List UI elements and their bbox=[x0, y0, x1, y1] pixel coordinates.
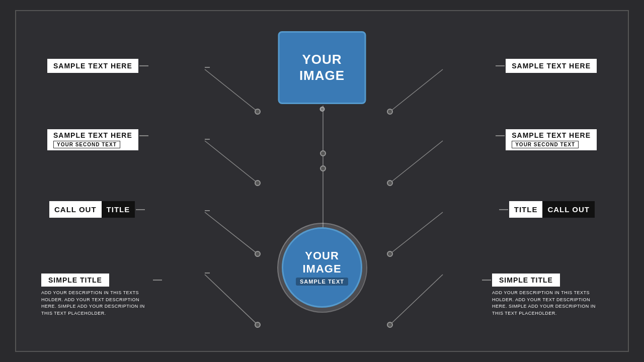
right-callout-box: TITLE CALL OUT bbox=[509, 201, 595, 218]
svg-point-4 bbox=[255, 109, 260, 114]
left-callout-box: CALL OUT TITLE bbox=[49, 201, 135, 218]
center-image-bottom: YOUR IMAGE SAMPLE TEXT bbox=[282, 227, 362, 308]
left-simple-desc: ADD YOUR DESCRIPTION IN THIS TEXTS HOLDE… bbox=[41, 290, 152, 317]
slide: YOUR IMAGE YOUR IMAGE SAMPLE TEXT SAMPLE… bbox=[15, 10, 629, 352]
left-callout-part1: CALL OUT bbox=[49, 201, 102, 218]
svg-line-11 bbox=[390, 69, 443, 112]
svg-point-10 bbox=[255, 322, 260, 327]
left-callout-part2: TITLE bbox=[102, 201, 135, 218]
center-image-top: YOUR IMAGE bbox=[278, 31, 366, 104]
svg-point-12 bbox=[387, 109, 392, 114]
right-middle-box: SAMPLE TEXT HERE YOUR SECOND TEXT bbox=[506, 129, 597, 150]
right-middle-sub: YOUR SECOND TEXT bbox=[512, 141, 579, 148]
svg-point-16 bbox=[387, 251, 392, 256]
left-middle-label: SAMPLE TEXT HERE bbox=[53, 131, 132, 139]
right-callout-part1: TITLE bbox=[509, 201, 543, 218]
svg-line-3 bbox=[205, 69, 258, 112]
svg-point-18 bbox=[387, 322, 392, 327]
right-callout-part2: CALL OUT bbox=[542, 201, 595, 218]
right-top-box: SAMPLE TEXT HERE bbox=[506, 59, 597, 73]
svg-line-17 bbox=[390, 275, 443, 325]
svg-line-13 bbox=[390, 141, 443, 183]
svg-point-24 bbox=[320, 166, 326, 171]
svg-point-8 bbox=[255, 251, 260, 256]
center-image-label: YOUR IMAGE bbox=[299, 52, 345, 83]
right-simple-title: SIMPLE TITLE bbox=[492, 274, 560, 287]
svg-line-15 bbox=[390, 212, 443, 254]
left-middle-sub: YOUR SECOND TEXT bbox=[53, 141, 120, 148]
left-simple-block: SIMPLE TITLE ADD YOUR DESCRIPTION IN THI… bbox=[41, 274, 152, 317]
right-simple-desc: ADD YOUR DESCRIPTION IN THIS TEXTS HOLDE… bbox=[492, 290, 603, 317]
svg-point-14 bbox=[387, 180, 392, 186]
left-top-label: SAMPLE TEXT HERE bbox=[53, 62, 132, 70]
svg-line-5 bbox=[205, 141, 258, 183]
svg-line-7 bbox=[205, 212, 258, 254]
center-circle-label: YOUR IMAGE bbox=[302, 249, 341, 276]
right-middle-label: SAMPLE TEXT HERE bbox=[512, 131, 591, 139]
svg-point-23 bbox=[320, 151, 326, 156]
center-circle-sub: SAMPLE TEXT bbox=[296, 278, 348, 286]
svg-point-6 bbox=[255, 180, 260, 186]
left-middle-box: SAMPLE TEXT HERE YOUR SECOND TEXT bbox=[47, 129, 138, 150]
right-simple-block: SIMPLE TITLE ADD YOUR DESCRIPTION IN THI… bbox=[492, 274, 603, 317]
left-top-box: SAMPLE TEXT HERE bbox=[47, 59, 138, 73]
left-simple-title: SIMPLE TITLE bbox=[41, 274, 109, 287]
right-top-label: SAMPLE TEXT HERE bbox=[512, 62, 591, 70]
svg-line-9 bbox=[205, 275, 258, 325]
